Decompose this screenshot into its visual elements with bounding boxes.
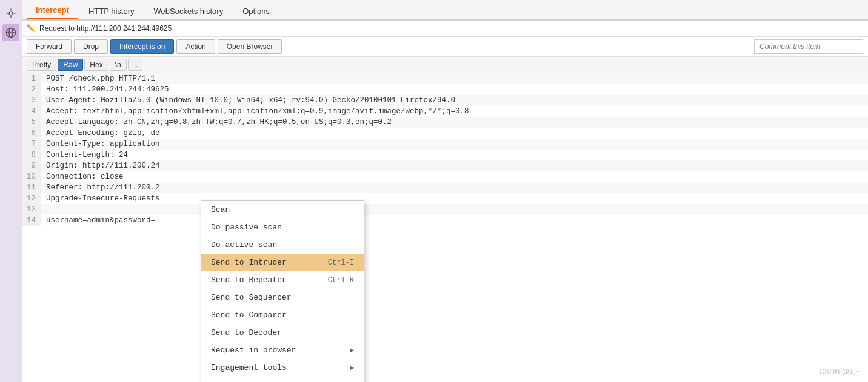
menu-item-comparer-label: Send to Comparer	[211, 311, 287, 320]
line-content-5: Accept-Language: zh-CN,zh;q=0.8,zh-TW;q=…	[41, 117, 392, 128]
context-menu: Scan Do passive scan Do active scan Send…	[201, 200, 364, 382]
code-line-12: 12 Upgrade-Insecure-Requests	[22, 193, 868, 204]
tab-http-history[interactable]: HTTP history	[79, 2, 144, 19]
pencil-icon: ✏️	[27, 24, 36, 33]
line-content-11: Referer: http://111.200.2	[41, 182, 160, 193]
comment-input[interactable]	[754, 39, 863, 54]
toolbar: Forward Drop Intercept is on Action Open…	[22, 37, 868, 57]
line-content-6: Accept-Encoding: gzip, de	[41, 128, 160, 139]
open-browser-button[interactable]: Open Browser	[218, 39, 282, 54]
menu-item-repeater-label: Send to Repeater	[211, 275, 287, 285]
line-num-3: 3	[22, 95, 41, 106]
line-content-14: username=admin&password=	[41, 215, 155, 226]
sidebar-target-icon[interactable]	[2, 5, 19, 22]
code-line-8: 8 Content-Length: 24	[22, 150, 868, 160]
menu-item-engagement-label: Engagement tools	[211, 363, 287, 372]
menu-item-intruder-label: Send to Intruder	[211, 258, 287, 267]
line-num-6: 6	[22, 128, 41, 139]
intercept-button[interactable]: Intercept is on	[110, 39, 174, 54]
code-line-3: 3 User-Agent: Mozilla/5.0 (Windows NT 10…	[22, 95, 868, 106]
menu-separator-1	[201, 378, 364, 378]
code-line-7: 7 Content-Type: application	[22, 139, 868, 150]
line-content-10: Connection: close	[41, 171, 124, 182]
line-num-2: 2	[22, 84, 41, 95]
menu-item-engagement-arrow: ►	[350, 364, 354, 372]
line-num-5: 5	[22, 117, 41, 128]
menu-item-browser-label: Request in browser	[211, 346, 296, 355]
menu-item-passive-label: Do passive scan	[211, 223, 282, 232]
line-content-12: Upgrade-Insecure-Requests	[41, 193, 160, 204]
format-bar: Pretty Raw Hex \n ...	[22, 57, 868, 73]
line-content-7: Content-Type: application	[41, 139, 160, 150]
tab-options[interactable]: Options	[233, 2, 279, 19]
app-container: Intercept HTTP history WebSockets histor…	[0, 0, 868, 382]
code-line-11: 11 Referer: http://111.200.2	[22, 182, 868, 193]
hex-button[interactable]: Hex	[84, 59, 108, 71]
action-button[interactable]: Action	[176, 39, 215, 54]
line-num-1: 1	[22, 73, 41, 84]
line-num-4: 4	[22, 106, 41, 117]
line-content-1: POST /check.php HTTP/1.1	[41, 73, 155, 84]
sidebar	[0, 0, 22, 382]
line-num-13: 13	[22, 204, 41, 215]
menu-item-send-to-sequencer[interactable]: Send to Sequencer	[201, 289, 364, 306]
code-line-4: 4 Accept: text/html,application/xhtml+xm…	[22, 106, 868, 117]
menu-item-send-to-comparer[interactable]: Send to Comparer	[201, 306, 364, 324]
code-line-14: 14 username=admin&password=	[22, 215, 868, 226]
tab-intercept[interactable]: Intercept	[27, 1, 78, 19]
code-line-2: 2 Host: 111.200.241.244:49625	[22, 84, 868, 95]
line-num-9: 9	[22, 160, 41, 171]
line-num-11: 11	[22, 182, 41, 193]
line-content-9: Origin: http://111.200.24	[41, 160, 160, 171]
request-bar: ✏️ Request to http://111.200.241.244:496…	[22, 21, 868, 37]
code-line-1: 1 POST /check.php HTTP/1.1	[22, 73, 868, 84]
line-num-10: 10	[22, 171, 41, 182]
menu-item-decoder-label: Send to Decoder	[211, 328, 282, 337]
tab-bar: Intercept HTTP history WebSockets histor…	[22, 0, 868, 21]
tab-websockets-history[interactable]: WebSockets history	[145, 2, 233, 19]
menu-item-scan-label: Scan	[211, 205, 230, 214]
svg-point-0	[9, 12, 13, 15]
code-line-10: 10 Connection: close	[22, 171, 868, 182]
code-line-6: 6 Accept-Encoding: gzip, de	[22, 128, 868, 139]
line-content-3: User-Agent: Mozilla/5.0 (Windows NT 10.0…	[41, 95, 455, 106]
drop-button[interactable]: Drop	[74, 39, 108, 54]
pretty-button[interactable]: Pretty	[27, 59, 56, 71]
line-content-2: Host: 111.200.241.244:49625	[41, 84, 169, 95]
line-content-13	[41, 204, 46, 215]
code-line-5: 5 Accept-Language: zh-CN,zh;q=0.8,zh-TW;…	[22, 117, 868, 128]
line-content-4: Accept: text/html,application/xhtml+xml,…	[41, 106, 469, 117]
line-num-12: 12	[22, 193, 41, 204]
menu-item-change-request-method[interactable]: Change request method	[201, 380, 364, 382]
raw-button[interactable]: Raw	[58, 59, 83, 71]
sidebar-globe-icon[interactable]	[2, 24, 19, 41]
code-area[interactable]: 1 POST /check.php HTTP/1.1 2 Host: 111.2…	[22, 73, 868, 382]
line-num-8: 8	[22, 150, 41, 160]
request-url: Request to http://111.200.241.244:49625	[39, 24, 172, 33]
forward-button[interactable]: Forward	[27, 39, 72, 54]
watermark: CSDN @时~	[819, 367, 861, 377]
menu-item-request-in-browser[interactable]: Request in browser ►	[201, 341, 364, 359]
menu-item-send-to-decoder[interactable]: Send to Decoder	[201, 324, 364, 341]
menu-item-repeater-shortcut: Ctrl-R	[328, 276, 354, 285]
line-num-14: 14	[22, 215, 41, 226]
menu-item-send-to-repeater[interactable]: Send to Repeater Ctrl-R	[201, 271, 364, 289]
main-content: Intercept HTTP history WebSockets histor…	[22, 0, 868, 382]
menu-item-do-active-scan[interactable]: Do active scan	[201, 236, 364, 254]
menu-item-browser-arrow: ►	[350, 347, 354, 354]
code-line-13: 13	[22, 204, 868, 215]
menu-item-engagement-tools[interactable]: Engagement tools ►	[201, 359, 364, 377]
line-num-7: 7	[22, 139, 41, 150]
menu-item-send-to-intruder[interactable]: Send to Intruder Ctrl-I	[201, 254, 364, 271]
menu-item-do-passive-scan[interactable]: Do passive scan	[201, 219, 364, 236]
line-content-8: Content-Length: 24	[41, 150, 128, 160]
menu-item-intruder-shortcut: Ctrl-I	[328, 259, 354, 267]
dots-button[interactable]: ...	[128, 59, 142, 71]
menu-item-active-label: Do active scan	[211, 240, 277, 249]
menu-item-sequencer-label: Send to Sequencer	[211, 293, 292, 302]
code-line-9: 9 Origin: http://111.200.24	[22, 160, 868, 171]
menu-item-scan[interactable]: Scan	[201, 201, 364, 219]
newline-button[interactable]: \n	[110, 59, 127, 71]
